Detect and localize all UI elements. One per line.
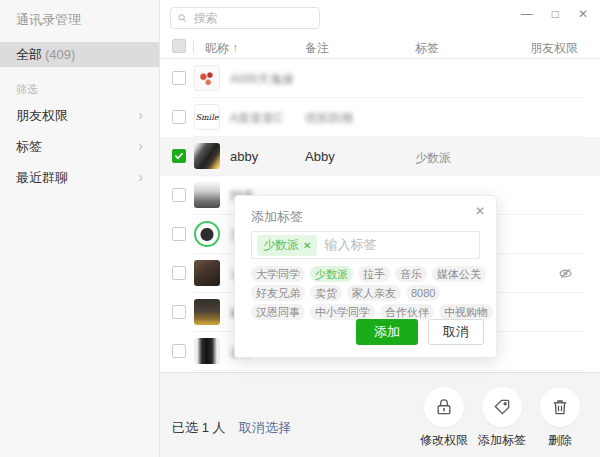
contact-remark: 优拓防潮 bbox=[305, 110, 353, 127]
row-checkbox[interactable] bbox=[172, 266, 186, 280]
table-row[interactable]: abbyAbby少数派 bbox=[160, 137, 600, 176]
window-controls: — □ ✕ bbox=[521, 6, 588, 22]
dialog-buttons: 添加 取消 bbox=[356, 319, 484, 345]
sidebar: 通讯录管理 全部(409) 筛选 朋友权限›标签›最近群聊› bbox=[0, 0, 160, 457]
dialog-close-icon[interactable]: ✕ bbox=[475, 204, 485, 218]
avatar bbox=[194, 299, 220, 325]
table-row[interactable]: A000天逸缘 bbox=[160, 59, 600, 98]
select-all-checkbox[interactable] bbox=[172, 39, 186, 53]
sidebar-item-all-label: 全部 bbox=[16, 47, 42, 62]
avatar: Smile bbox=[194, 104, 220, 130]
sidebar-item[interactable]: 最近群聊› bbox=[0, 162, 159, 193]
trash-icon bbox=[540, 387, 580, 427]
tag-input-placeholder: 输入标签 bbox=[324, 236, 376, 254]
tag-icon bbox=[482, 387, 522, 427]
contact-name: abby bbox=[230, 149, 258, 164]
dialog-title: 添加标签 bbox=[251, 208, 303, 226]
delete-button[interactable]: 删除 bbox=[534, 387, 586, 449]
suggested-tag[interactable]: 少数派 bbox=[310, 266, 353, 282]
sidebar-items: 朋友权限›标签›最近群聊› bbox=[0, 100, 159, 193]
selected-tag-pill[interactable]: 少数派✕ bbox=[257, 235, 317, 256]
suggested-tag-row: 大学同学少数派拉手音乐媒体公关 bbox=[251, 266, 480, 282]
tag-input[interactable]: 少数派✕输入标签 bbox=[251, 231, 480, 259]
suggested-tag[interactable]: 合作伙伴 bbox=[380, 304, 434, 320]
modify-permission-button[interactable]: 修改权限 bbox=[418, 387, 470, 449]
avatar bbox=[194, 182, 220, 208]
sidebar-item-label: 朋友权限 bbox=[16, 100, 68, 131]
selection-info: 已选 1 人 取消选择 bbox=[172, 419, 291, 437]
suggested-tag[interactable]: 大学同学 bbox=[251, 266, 305, 282]
footer-actions: 修改权限添加标签删除 bbox=[418, 387, 586, 449]
avatar bbox=[194, 338, 220, 364]
close-button[interactable]: ✕ bbox=[578, 6, 588, 22]
column-header-name[interactable]: 昵称↑ bbox=[205, 40, 238, 57]
remove-tag-icon[interactable]: ✕ bbox=[303, 240, 311, 251]
search-box[interactable] bbox=[170, 7, 320, 29]
cancel-button[interactable]: 取消 bbox=[428, 319, 484, 345]
add-tag-dialog: 添加标签 ✕ 少数派✕输入标签 大学同学少数派拉手音乐媒体公关好友兄弟卖货家人亲… bbox=[234, 195, 497, 358]
sidebar-title: 通讯录管理 bbox=[0, 0, 159, 29]
deselect-link[interactable]: 取消选择 bbox=[239, 420, 291, 435]
contact-remark: Abby bbox=[305, 149, 335, 164]
lock-icon bbox=[424, 387, 464, 427]
row-checkbox[interactable] bbox=[172, 305, 186, 319]
row-checkbox[interactable] bbox=[172, 71, 186, 85]
search-input[interactable] bbox=[192, 10, 313, 26]
table-header: 昵称↑ 备注 标签 朋友权限 bbox=[160, 36, 600, 59]
suggested-tags: 大学同学少数派拉手音乐媒体公关好友兄弟卖货家人亲友8080汉恩同事中小学同学合作… bbox=[251, 266, 480, 323]
suggested-tag[interactable]: 中视购物 bbox=[439, 304, 493, 320]
column-header-remark[interactable]: 备注 bbox=[305, 40, 329, 57]
maximize-button[interactable]: □ bbox=[552, 6, 559, 22]
avatar bbox=[194, 221, 220, 247]
row-checkbox[interactable] bbox=[172, 149, 186, 163]
chevron-right-icon: › bbox=[138, 131, 143, 162]
suggested-tag[interactable]: 8080 bbox=[406, 285, 440, 301]
sidebar-item-label: 标签 bbox=[16, 131, 42, 162]
suggested-tag-row: 汉恩同事中小学同学合作伙伴中视购物 bbox=[251, 304, 480, 320]
row-checkbox[interactable] bbox=[172, 344, 186, 358]
action-label: 修改权限 bbox=[418, 432, 470, 449]
avatar bbox=[194, 260, 220, 286]
minimize-button[interactable]: — bbox=[521, 6, 533, 22]
chevron-right-icon: › bbox=[138, 100, 143, 131]
suggested-tag[interactable]: 卖货 bbox=[310, 285, 342, 301]
suggested-tag[interactable]: 拉手 bbox=[358, 266, 390, 282]
column-header-permission[interactable]: 朋友权限 bbox=[530, 40, 578, 57]
suggested-tag[interactable]: 好友兄弟 bbox=[251, 285, 305, 301]
row-checkbox[interactable] bbox=[172, 110, 186, 124]
avatar bbox=[194, 65, 220, 91]
sidebar-item-label: 最近群聊 bbox=[16, 162, 68, 193]
suggested-tag[interactable]: 媒体公关 bbox=[432, 266, 486, 282]
contact-tag: 少数派 bbox=[415, 150, 451, 167]
row-checkbox[interactable] bbox=[172, 188, 186, 202]
sidebar-item[interactable]: 标签› bbox=[0, 131, 159, 162]
action-label: 删除 bbox=[534, 432, 586, 449]
selected-tag-label: 少数派 bbox=[263, 237, 299, 254]
suggested-tag[interactable]: 汉恩同事 bbox=[251, 304, 305, 320]
add-tag-button[interactable]: 添加标签 bbox=[476, 387, 528, 449]
suggested-tag[interactable]: 音乐 bbox=[395, 266, 427, 282]
avatar bbox=[194, 143, 220, 169]
contact-name: A星星星C bbox=[230, 110, 283, 127]
sidebar-item[interactable]: 朋友权限› bbox=[0, 100, 159, 131]
selected-count: 1 bbox=[202, 420, 209, 435]
eye-off-icon bbox=[558, 266, 573, 285]
suggested-tag-row: 好友兄弟卖货家人亲友8080 bbox=[251, 285, 480, 301]
sort-ascending-icon: ↑ bbox=[232, 41, 238, 55]
contact-name: A000天逸缘 bbox=[230, 71, 294, 88]
contact-count: (409) bbox=[45, 47, 75, 62]
suggested-tag[interactable]: 家人亲友 bbox=[347, 285, 401, 301]
sidebar-item-all[interactable]: 全部(409) bbox=[0, 42, 159, 67]
footer-bar: 已选 1 人 取消选择 修改权限添加标签删除 bbox=[160, 372, 600, 457]
row-checkbox[interactable] bbox=[172, 227, 186, 241]
search-icon bbox=[177, 12, 188, 24]
confirm-add-button[interactable]: 添加 bbox=[356, 319, 418, 345]
filter-section-label: 筛选 bbox=[0, 67, 159, 100]
action-label: 添加标签 bbox=[476, 432, 528, 449]
table-row[interactable]: SmileA星星星C优拓防潮 bbox=[160, 98, 600, 137]
header-divider bbox=[193, 40, 194, 53]
selected-suffix: 人 bbox=[212, 420, 225, 435]
suggested-tag[interactable]: 中小学同学 bbox=[310, 304, 375, 320]
chevron-right-icon: › bbox=[138, 162, 143, 193]
column-header-tag[interactable]: 标签 bbox=[415, 40, 439, 57]
